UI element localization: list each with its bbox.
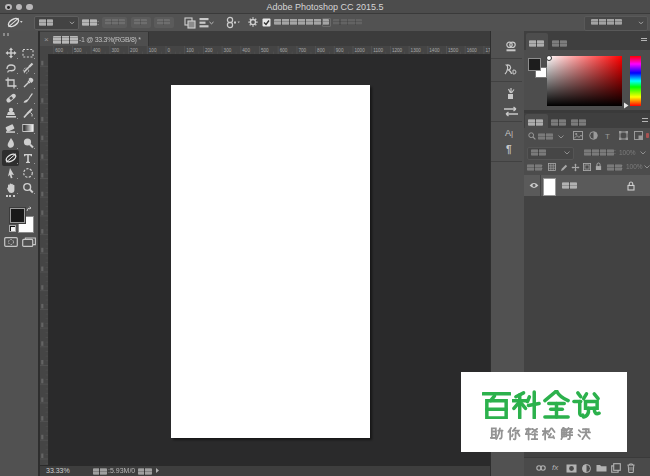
svg-text:500: 500	[261, 48, 269, 53]
svg-text:500: 500	[74, 48, 82, 53]
svg-text:0: 0	[168, 48, 171, 53]
svg-text:100: 100	[186, 48, 194, 53]
svg-text:1300: 1300	[411, 48, 422, 53]
svg-text:200: 200	[130, 48, 138, 53]
svg-text:400: 400	[93, 48, 101, 53]
svg-text:800: 800	[317, 48, 325, 53]
svg-text:400: 400	[242, 48, 250, 53]
svg-text:300: 300	[224, 48, 232, 53]
svg-text:900: 900	[336, 48, 344, 53]
svg-text:600: 600	[280, 48, 288, 53]
svg-text:1600: 1600	[467, 48, 478, 53]
svg-text:300: 300	[111, 48, 119, 53]
svg-text:1200: 1200	[392, 48, 403, 53]
svg-text:100: 100	[149, 48, 157, 53]
svg-text:1500: 1500	[448, 48, 459, 53]
svg-text:700: 700	[298, 48, 306, 53]
svg-text:200: 200	[205, 48, 213, 53]
svg-text:600: 600	[55, 48, 63, 53]
svg-text:1400: 1400	[429, 48, 440, 53]
svg-text:1100: 1100	[373, 48, 383, 53]
svg-text:1000: 1000	[355, 48, 366, 53]
